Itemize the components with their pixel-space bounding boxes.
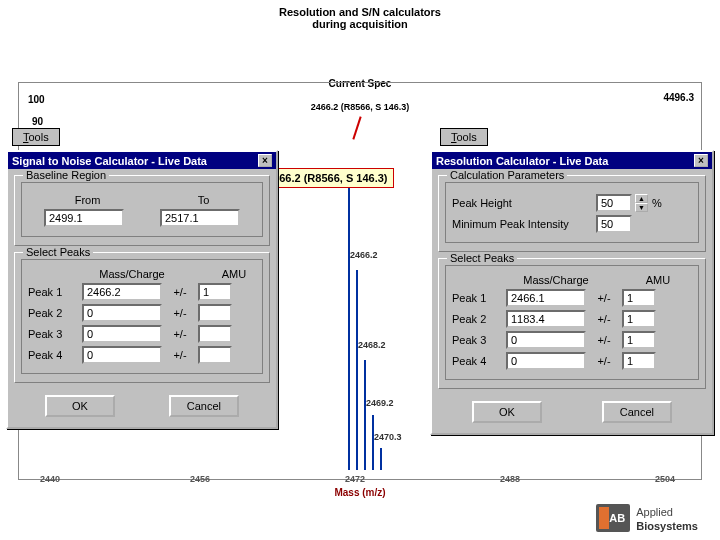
peak-amu-input[interactable] [622,289,656,307]
plus-minus-label: +/- [590,292,618,304]
x-tick: 2488 [500,474,520,484]
peak-mc-input[interactable] [82,346,162,364]
peak-label: Peak 4 [28,349,78,361]
peak-amu-input[interactable] [198,325,232,343]
plus-minus-label: +/- [166,349,194,361]
mc-header: Mass/Charge [84,268,180,280]
min-peak-int-label: Minimum Peak Intensity [452,218,592,230]
cancel-button[interactable]: Cancel [169,395,239,417]
peak-label: Peak 3 [28,328,78,340]
sn-dialog-title: Signal to Noise Calculator - Live Data [12,155,207,167]
res-dialog-title: Resolution Calculator - Live Data [436,155,608,167]
tools-button-right[interactable]: Tools [440,128,488,146]
peak-label: Peak 2 [28,307,78,319]
x-tick: 2504 [655,474,675,484]
peak-mc-input[interactable] [82,325,162,343]
x-axis-label: Mass (m/z) [334,487,385,498]
x-tick: 2456 [190,474,210,484]
select-peaks-label: Select Peaks [23,246,93,258]
annotation-callout: 2466.2 (R8566, S 146.3) [260,168,394,188]
peak-label: Peak 4 [452,355,502,367]
res-dialog-titlebar[interactable]: Resolution Calculator - Live Data × [432,152,712,169]
peak-amu-input[interactable] [622,331,656,349]
close-icon[interactable]: × [694,154,708,167]
peak-mc-input[interactable] [82,304,162,322]
calc-params-label: Calculation Parameters [447,169,567,181]
logo: AB AppliedBiosystems [596,504,698,533]
sn-dialog-titlebar[interactable]: Signal to Noise Calculator - Live Data × [8,152,276,169]
peak-label: Peak 3 [452,334,502,346]
peak-label: Peak 1 [28,286,78,298]
peak-label: Peak 1 [452,292,502,304]
plus-minus-label: +/- [166,307,194,319]
sn-dialog: Signal to Noise Calculator - Live Data ×… [6,150,278,429]
min-peak-int-input[interactable] [596,215,632,233]
plus-minus-label: +/- [590,334,618,346]
peak-mc-input[interactable] [506,331,586,349]
res-dialog: Resolution Calculator - Live Data × Calc… [430,150,714,435]
peak-mc-input[interactable] [82,283,162,301]
ok-button[interactable]: OK [45,395,115,417]
amu-header: AMU [638,274,678,286]
spinner-icon[interactable]: ▲▼ [635,194,648,212]
close-icon[interactable]: × [258,154,272,167]
plus-minus-label: +/- [590,355,618,367]
peak-amu-input[interactable] [622,352,656,370]
percent-label: % [652,197,662,209]
mc-header: Mass/Charge [508,274,604,286]
amu-header: AMU [214,268,254,280]
to-label: To [198,194,210,206]
select-peaks-label: Select Peaks [447,252,517,264]
baseline-group-label: Baseline Region [23,169,109,181]
x-tick: 2440 [40,474,60,484]
tools-button-left[interactable]: Tools [12,128,60,146]
logo-text: AppliedBiosystems [636,504,698,533]
plus-minus-label: +/- [166,328,194,340]
peak-height-label: Peak Height [452,197,592,209]
peak-amu-input[interactable] [198,283,232,301]
baseline-from-input[interactable] [44,209,124,227]
from-label: From [75,194,101,206]
slide-title: Resolution and S/N calculators during ac… [0,0,720,32]
peak-mc-input[interactable] [506,289,586,307]
peak-amu-input[interactable] [198,346,232,364]
peak-amu-input[interactable] [198,304,232,322]
cancel-button[interactable]: Cancel [602,401,672,423]
baseline-to-input[interactable] [160,209,240,227]
x-tick: 2472 [345,474,365,484]
peak-height-input[interactable] [596,194,632,212]
peak-amu-input[interactable] [622,310,656,328]
peak-mc-input[interactable] [506,310,586,328]
plus-minus-label: +/- [590,313,618,325]
peak-mc-input[interactable] [506,352,586,370]
peak-label: Peak 2 [452,313,502,325]
logo-icon: AB [596,504,630,532]
plus-minus-label: +/- [166,286,194,298]
spectrum-peaks: 2466.2 2468.2 2469.2 2470.3 [320,180,400,470]
ok-button[interactable]: OK [472,401,542,423]
